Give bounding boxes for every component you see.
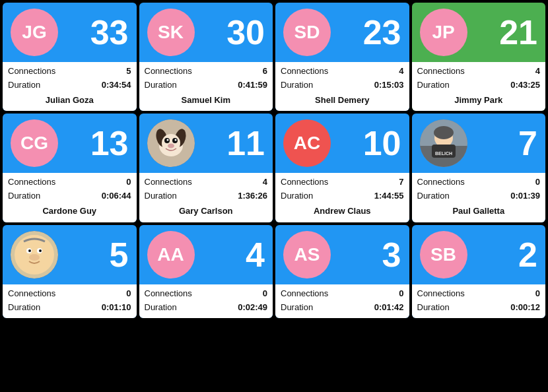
connections-label: Connections	[417, 65, 465, 79]
duration-label: Duration	[8, 301, 40, 315]
card-top-ac: AC10	[275, 114, 409, 173]
svg-point-9	[168, 144, 174, 148]
card-info-as: Connections0Duration0:01:42	[275, 284, 409, 319]
avatar-jp: JP	[420, 9, 467, 56]
name-ac: Andrew Claus	[281, 205, 404, 218]
card-top-homer: 5	[3, 225, 137, 284]
card-top-sb: SB2	[412, 225, 546, 284]
duration-label: Duration	[145, 189, 177, 203]
score-sb: 2	[518, 238, 537, 272]
card-info-sb: Connections0Duration0:00:12	[412, 284, 546, 319]
connections-label: Connections	[145, 176, 192, 189]
card-info-jp: Connections4Duration0:43:25Jimmy Park	[412, 62, 546, 111]
card-info-jg: Connections5Duration0:34:54Julian Goza	[3, 62, 137, 111]
card-info-gc: Connections4Duration1:36:26Gary Carlson	[139, 173, 273, 222]
duration-label: Duration	[145, 301, 177, 315]
connections-label: Connections	[8, 287, 55, 301]
duration-label: Duration	[8, 79, 40, 92]
duration-value-sb: 0:00:12	[510, 301, 540, 315]
card-top-pg: BELICH 7	[412, 114, 546, 173]
duration-label: Duration	[417, 79, 450, 92]
card-gc: 11Connections4Duration1:36:26Gary Carlso…	[139, 114, 273, 222]
name-jg: Julian Goza	[8, 94, 131, 108]
duration-value-ac: 1:44:55	[374, 189, 404, 203]
card-aa: AA4Connections0Duration0:02:49	[139, 225, 273, 319]
connections-value-cg: 0	[126, 176, 131, 189]
score-sd: 23	[363, 15, 401, 49]
score-ac: 10	[363, 126, 401, 160]
card-pg: BELICH 7Connections0Duration0:01:39Paul …	[412, 114, 546, 222]
card-jp: JP21Connections4Duration0:43:25Jimmy Par…	[412, 3, 546, 111]
name-sk: Samuel Kim	[145, 94, 268, 108]
duration-value-aa: 0:02:49	[238, 301, 267, 315]
svg-point-8	[174, 139, 176, 141]
duration-label: Duration	[8, 189, 40, 203]
card-info-sd: Connections4Duration0:15:03Shell Demery	[275, 62, 409, 111]
connections-label: Connections	[281, 176, 328, 189]
avatar-jg: JG	[11, 9, 58, 56]
svg-point-21	[28, 249, 31, 252]
card-top-jg: JG33	[3, 3, 137, 62]
avatar-gc	[147, 119, 195, 167]
score-gc: 11	[226, 126, 265, 160]
connections-label: Connections	[145, 287, 192, 301]
name-jp: Jimmy Park	[417, 94, 541, 108]
score-cg: 13	[90, 126, 129, 160]
card-info-ac: Connections7Duration1:44:55Andrew Claus	[275, 173, 409, 222]
svg-point-7	[166, 139, 168, 141]
svg-text:BELICH: BELICH	[434, 151, 452, 156]
connections-value-sb: 0	[535, 287, 540, 301]
score-aa: 4	[246, 238, 265, 272]
card-top-cg: CG13	[3, 114, 137, 173]
connections-label: Connections	[417, 176, 465, 189]
name-sd: Shell Demery	[281, 94, 404, 108]
svg-point-4	[162, 134, 180, 152]
card-top-aa: AA4	[139, 225, 273, 284]
card-info-sk: Connections6Duration0:41:59Samuel Kim	[139, 62, 273, 111]
card-top-jp: JP21	[412, 3, 546, 62]
card-homer: 5Connections0Duration0:01:10	[3, 225, 137, 319]
card-info-cg: Connections0Duration0:06:44Cardone Guy	[3, 173, 137, 222]
connections-label: Connections	[281, 287, 328, 301]
connections-value-homer: 0	[126, 287, 131, 301]
score-as: 3	[382, 238, 401, 272]
name-cg: Cardone Guy	[8, 205, 131, 218]
card-sb: SB2Connections0Duration0:00:12	[412, 225, 546, 319]
card-info-homer: Connections0Duration0:01:10	[3, 284, 137, 319]
connections-label: Connections	[145, 65, 192, 79]
score-jg: 33	[90, 15, 129, 49]
duration-value-gc: 1:36:26	[238, 189, 267, 203]
card-ac: AC10Connections7Duration1:44:55Andrew Cl…	[275, 114, 409, 222]
connections-label: Connections	[417, 287, 465, 301]
card-jg: JG33Connections5Duration0:34:54Julian Go…	[3, 3, 137, 111]
connections-value-as: 0	[399, 287, 403, 301]
card-top-sd: SD23	[275, 3, 409, 62]
card-info-aa: Connections0Duration0:02:49	[139, 284, 273, 319]
duration-label: Duration	[417, 301, 450, 315]
avatar-aa: AA	[147, 231, 195, 278]
card-sk: SK30Connections6Duration0:41:59Samuel Ki…	[139, 3, 273, 111]
duration-value-cg: 0:06:44	[102, 189, 131, 203]
duration-label: Duration	[281, 301, 313, 315]
avatar-sb: SB	[420, 231, 467, 278]
avatar-sk: SK	[147, 9, 195, 56]
connections-value-aa: 0	[263, 287, 267, 301]
card-as: AS3Connections0Duration0:01:42	[275, 225, 409, 319]
name-gc: Gary Carlson	[145, 205, 268, 218]
name-pg: Paul Galletta	[417, 205, 541, 218]
connections-label: Connections	[8, 176, 55, 189]
avatar-pg: BELICH	[420, 119, 467, 167]
svg-point-22	[39, 249, 42, 252]
connections-label: Connections	[8, 65, 55, 79]
duration-value-sk: 0:41:59	[238, 79, 267, 92]
connections-value-ac: 7	[399, 176, 403, 189]
duration-value-jg: 0:34:54	[102, 79, 131, 92]
connections-value-sk: 6	[263, 65, 267, 79]
avatar-cg: CG	[11, 119, 58, 167]
svg-point-24	[24, 235, 45, 248]
avatar-sd: SD	[283, 9, 331, 56]
card-top-as: AS3	[275, 225, 409, 284]
score-jp: 21	[499, 15, 537, 49]
duration-value-as: 0:01:42	[374, 301, 404, 315]
avatar-ac: AC	[283, 119, 331, 167]
